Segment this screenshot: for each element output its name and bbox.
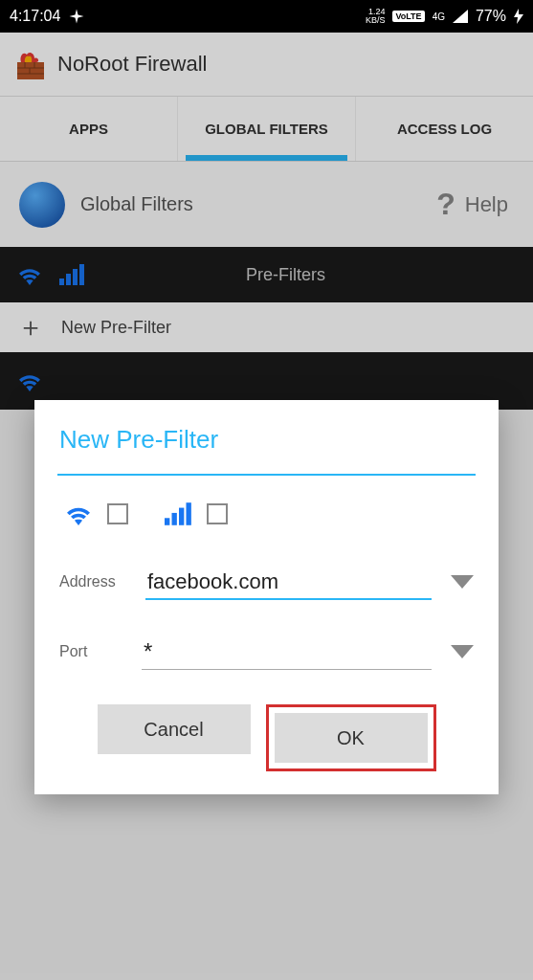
section-title: Global Filters (80, 193, 193, 215)
network-type: 4G (433, 11, 445, 22)
tab-access-log[interactable]: ACCESS LOG (356, 97, 533, 161)
battery-percent: 77% (476, 8, 506, 25)
globe-icon (19, 182, 65, 228)
svg-marker-0 (453, 10, 468, 23)
help-icon: ? (436, 187, 455, 222)
pinwheel-icon (68, 8, 85, 25)
wifi-checkbox[interactable] (107, 503, 128, 524)
signal-icon (453, 10, 468, 23)
volte-icon: VoLTE (392, 11, 424, 22)
cellular-checkbox[interactable] (207, 503, 228, 524)
svg-rect-14 (179, 508, 184, 525)
wifi-icon (15, 264, 44, 285)
svg-marker-1 (514, 9, 523, 24)
port-input[interactable] (142, 633, 432, 670)
wifi-icon (63, 502, 94, 525)
address-dropdown-icon[interactable] (451, 575, 474, 589)
plus-icon: ＋ (17, 309, 44, 345)
port-row: Port (59, 633, 474, 670)
port-dropdown-icon[interactable] (451, 645, 474, 658)
cancel-button[interactable]: Cancel (98, 704, 251, 754)
ok-button[interactable]: OK (275, 713, 428, 763)
signal-bars-icon (59, 264, 86, 285)
svg-rect-9 (66, 274, 71, 285)
app-header: NoRoot Firewall (0, 33, 533, 97)
prefilters-header: Pre-Filters (0, 247, 533, 302)
charging-icon (514, 9, 523, 24)
port-label: Port (59, 643, 122, 660)
svg-rect-8 (59, 278, 64, 285)
new-prefilter-label: New Pre-Filter (61, 318, 171, 338)
new-prefilter-row[interactable]: ＋ New Pre-Filter (0, 302, 533, 352)
address-label: Address (59, 573, 126, 590)
wifi-icon (15, 370, 44, 391)
dialog-button-row: Cancel OK (59, 704, 474, 771)
status-bar: 4:17:04 1.24 KB/S VoLTE 4G 77% (0, 0, 533, 33)
status-time: 4:17:04 (10, 8, 60, 25)
prefilters-title: Pre-Filters (101, 265, 518, 285)
dialog-divider (57, 474, 476, 476)
svg-rect-11 (79, 264, 84, 285)
app-logo-icon (13, 47, 48, 81)
tab-apps[interactable]: APPS (0, 97, 178, 161)
dialog-title: New Pre-Filter (59, 425, 474, 455)
tabs: APPS GLOBAL FILTERS ACCESS LOG (0, 97, 533, 162)
svg-rect-10 (73, 269, 78, 285)
ok-highlight: OK (266, 704, 436, 771)
svg-rect-2 (17, 62, 44, 79)
svg-rect-15 (187, 502, 191, 525)
signal-bars-icon (165, 502, 193, 525)
address-row: Address (59, 564, 474, 600)
svg-rect-13 (172, 513, 177, 525)
help-button[interactable]: ? Help (436, 187, 508, 222)
svg-rect-12 (165, 518, 169, 525)
tab-global-filters[interactable]: GLOBAL FILTERS (178, 97, 356, 161)
help-label: Help (465, 192, 508, 217)
app-title: NoRoot Firewall (57, 52, 208, 77)
address-input[interactable] (145, 564, 432, 600)
connection-type-row (59, 502, 474, 525)
new-prefilter-dialog: New Pre-Filter Address Port Cancel OK (34, 400, 499, 794)
network-speed: 1.24 KB/S (366, 8, 386, 25)
section-header: Global Filters ? Help (0, 162, 533, 247)
